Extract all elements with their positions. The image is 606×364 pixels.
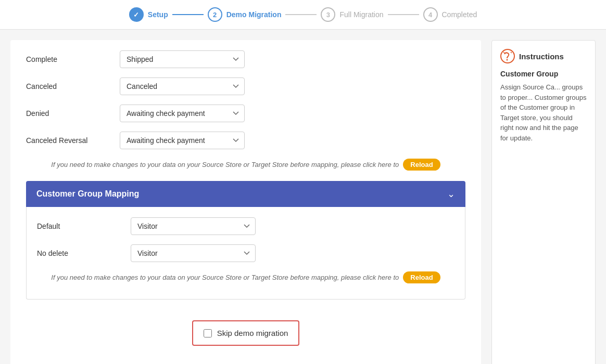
select-canceled[interactable]: Shipped Canceled Awaiting check payment … xyxy=(120,77,245,95)
stepper: ✓ Setup 2 Demo Migration 3 Full Migratio… xyxy=(0,0,606,30)
main-layout: Complete Shipped Canceled Awaiting check… xyxy=(0,30,606,364)
order-row-canceled-reversal: Canceled Reversal Shipped Canceled Await… xyxy=(26,132,465,149)
sidebar-section-title: Customer Group xyxy=(500,70,587,78)
customer-group-title: Customer Group Mapping xyxy=(36,189,139,199)
order-reload-button[interactable]: Reload xyxy=(403,159,440,171)
select-denied[interactable]: Shipped Canceled Awaiting check payment … xyxy=(120,105,245,122)
sidebar-text: Assign Source Ca... groups to proper... … xyxy=(500,82,587,143)
order-reload-text: If you need to make changes to your data… xyxy=(51,161,399,168)
select-complete[interactable]: Shipped Canceled Awaiting check payment … xyxy=(120,50,245,68)
step-setup: ✓ Setup xyxy=(129,7,168,22)
step-completed: 4 Completed xyxy=(423,7,477,22)
cg-reload-row: If you need to make changes to your data… xyxy=(37,271,455,283)
order-row-complete: Complete Shipped Canceled Awaiting check… xyxy=(26,50,465,68)
chevron-down-icon: ⌄ xyxy=(447,188,455,200)
content-area: Complete Shipped Canceled Awaiting check… xyxy=(10,40,481,364)
step-1-label: Setup xyxy=(148,10,168,19)
step-full-migration: 3 Full Migration xyxy=(321,7,383,22)
step-3-circle: 3 xyxy=(321,7,335,22)
step-4-circle: 4 xyxy=(423,7,438,22)
label-denied: Denied xyxy=(26,109,109,118)
label-complete: Complete xyxy=(26,55,109,63)
cg-row-default: Default Visitor General Wholesale xyxy=(37,217,455,235)
skip-demo-checkbox[interactable] xyxy=(204,329,212,337)
step-demo-migration: 2 Demo Migration xyxy=(208,7,282,22)
step-line-3-4 xyxy=(388,14,419,15)
step-2-label: Demo Migration xyxy=(226,10,282,19)
sidebar-panel: Instructions Customer Group Assign Sourc… xyxy=(491,40,596,364)
select-canceled-reversal[interactable]: Shipped Canceled Awaiting check payment … xyxy=(120,132,245,149)
order-row-canceled: Canceled Shipped Canceled Awaiting check… xyxy=(26,77,465,95)
label-canceled-reversal: Canceled Reversal xyxy=(26,136,109,145)
skip-demo-container: Skip demo migration xyxy=(192,320,300,346)
sidebar-header: Instructions xyxy=(500,49,587,63)
step-3-label: Full Migration xyxy=(339,10,383,19)
cg-reload-text: If you need to make changes to your data… xyxy=(51,274,399,281)
label-default: Default xyxy=(37,222,120,230)
customer-group-header[interactable]: Customer Group Mapping ⌄ xyxy=(26,181,465,207)
step-4-label: Completed xyxy=(442,10,477,19)
customer-group-body: Default Visitor General Wholesale No del… xyxy=(26,207,465,300)
select-default[interactable]: Visitor General Wholesale xyxy=(131,217,256,235)
label-canceled: Canceled xyxy=(26,82,109,90)
step-line-1-2 xyxy=(172,14,204,15)
sidebar-title: Instructions xyxy=(519,52,564,61)
label-nodelete: No delete xyxy=(37,249,120,257)
select-nodelete[interactable]: Visitor General Wholesale xyxy=(131,244,256,262)
step-line-2-3 xyxy=(285,14,317,15)
instructions-icon xyxy=(500,49,515,63)
order-row-denied: Denied Shipped Canceled Awaiting check p… xyxy=(26,105,465,122)
step-2-circle: 2 xyxy=(208,7,222,22)
step-1-circle: ✓ xyxy=(129,7,144,22)
cg-reload-button[interactable]: Reload xyxy=(403,271,440,283)
order-reload-row: If you need to make changes to your data… xyxy=(26,159,465,171)
skip-demo-label[interactable]: Skip demo migration xyxy=(217,329,288,337)
svg-point-1 xyxy=(507,59,508,61)
cg-row-nodelete: No delete Visitor General Wholesale xyxy=(37,244,455,262)
